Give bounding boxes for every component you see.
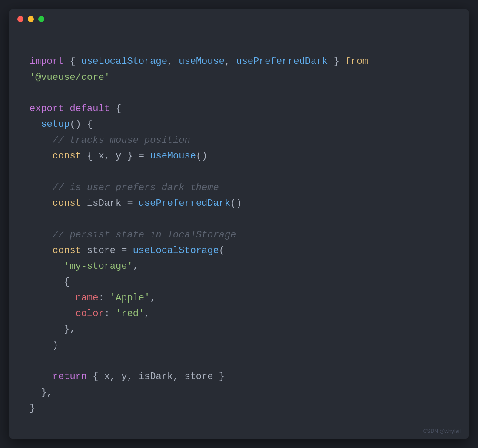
comment-tracks: // tracks mouse position (53, 135, 190, 146)
identifier-useLocalStorage: useLocalStorage (81, 56, 167, 67)
string-storage-key: 'my-storage' (64, 261, 133, 272)
titlebar (9, 9, 469, 30)
prop-color: color (76, 308, 104, 319)
code-editor: import { useLocalStorage, useMouse, useP… (9, 30, 469, 439)
comment-dark: // is user prefers dark theme (53, 182, 219, 193)
close-button[interactable] (17, 16, 23, 22)
keyword-return: return (53, 371, 87, 382)
keyword-const-3: const (53, 245, 81, 256)
keyword-const-1: const (53, 151, 81, 161)
minimize-button[interactable] (28, 16, 34, 22)
keyword-default: default (70, 103, 110, 114)
keyword-from: from (345, 56, 368, 67)
fn-useLocalStorage: useLocalStorage (133, 245, 219, 256)
keyword-import: import (30, 56, 64, 67)
keyword-export: export (30, 103, 64, 114)
comment-persist: // persist state in localStorage (53, 230, 236, 240)
fn-usePreferredDark: usePreferredDark (139, 198, 230, 209)
fn-setup: setup (41, 119, 70, 130)
identifier-useMouse: useMouse (179, 56, 225, 67)
string-module: '@vueuse/core' (30, 72, 110, 83)
keyword-const-2: const (53, 198, 81, 209)
fn-useMouse: useMouse (150, 151, 196, 161)
string-apple: 'Apple' (110, 293, 150, 303)
watermark: CSDN @whyfail (423, 428, 461, 434)
string-red: 'red' (116, 308, 144, 319)
prop-name: name (76, 293, 99, 303)
maximize-button[interactable] (38, 16, 44, 22)
code-window: import { useLocalStorage, useMouse, useP… (9, 9, 469, 439)
identifier-usePreferredDark: usePreferredDark (236, 56, 328, 67)
